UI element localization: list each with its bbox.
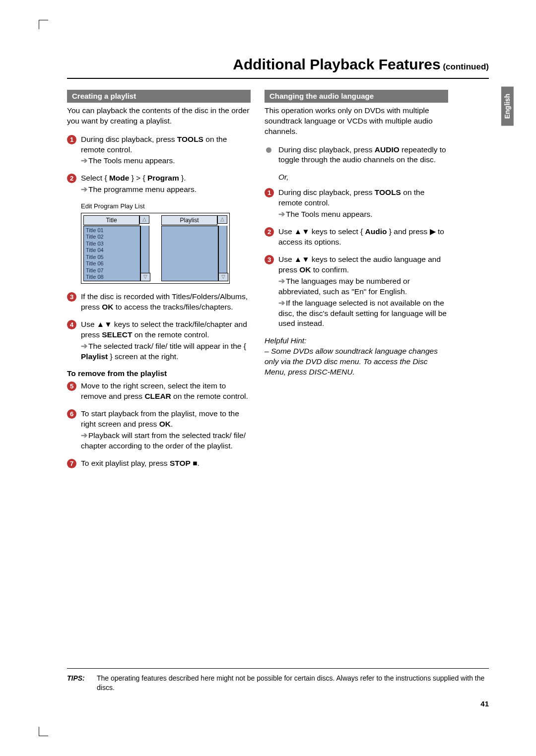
step-number-2-icon: 2	[265, 227, 274, 237]
tips-label: TIPS:	[67, 674, 97, 693]
step2-text-c: } > {	[129, 174, 147, 182]
scroll-down-icon: ▽	[218, 273, 228, 281]
step-number-2-icon: 2	[67, 174, 76, 183]
bullet-icon	[266, 147, 271, 153]
step2-text-a: Select {	[81, 174, 109, 182]
eppl-item: Title 06	[86, 260, 138, 267]
r-step1-result: The Tools menu appears.	[286, 210, 373, 218]
eppl-caption: Edit Program Play List	[81, 202, 230, 211]
r-step3-text-c: to confirm.	[311, 265, 349, 274]
step-number-7-icon: 7	[67, 459, 76, 468]
playlist-intro: You can playback the contents of the dis…	[67, 106, 251, 126]
audio-step-1: 1 During disc playback, press TOOLS on t…	[265, 188, 448, 220]
step4-res-playlist: Playlist	[81, 352, 108, 361]
eppl-item: Title 05	[86, 254, 138, 261]
bullet-audio: AUDIO	[375, 145, 400, 154]
step-number-5-icon: 5	[67, 381, 76, 391]
step3-ok: OK	[102, 303, 113, 311]
audio-step-3: 3 Use ▲▼ keys to select the audio langua…	[265, 254, 448, 329]
hint-label: Helpful Hint:	[265, 336, 448, 346]
or-text: Or,	[278, 172, 448, 183]
step3-text-c: to access the tracks/files/chapters.	[113, 303, 233, 311]
r-step3-res2: If the language selected is not availabl…	[278, 299, 447, 328]
edit-program-playlist-diagram: Edit Program Play List Title △ Title 01 …	[81, 202, 230, 284]
result-arrow-icon: ➔	[81, 156, 87, 165]
step-number-3-icon: 3	[265, 255, 274, 264]
eppl-playlist-list	[161, 226, 218, 281]
page-title-sub: (continued)	[441, 62, 489, 71]
r-step3-res1: The languages may be numbered or abbrevi…	[278, 277, 410, 296]
remove-subheading: To remove from the playlist	[67, 369, 251, 379]
eppl-item: Title 01	[86, 227, 138, 234]
step-number-6-icon: 6	[67, 409, 76, 419]
step2-result: The programme menu appears.	[88, 185, 197, 193]
hint-body: – Some DVDs allow soundtrack language ch…	[265, 346, 448, 378]
step6-ok: OK	[159, 420, 171, 428]
audio-intro: This operation works only on DVDs with m…	[265, 106, 448, 137]
bullet-text-a: During disc playback, press	[278, 145, 375, 154]
result-arrow-icon: ➔	[278, 299, 285, 307]
playlist-step-6: 6 To start playback from the playlist, m…	[67, 409, 251, 451]
step5-text-c: on the remote control.	[171, 392, 248, 400]
language-tab: English	[501, 87, 514, 126]
result-arrow-icon: ➔	[81, 342, 87, 350]
eppl-title-column: Title △ Title 01 Title 02 Title 03 Title…	[83, 215, 149, 281]
step-number-4-icon: 4	[67, 320, 76, 329]
eppl-item: Title 04	[86, 247, 138, 254]
step4-select: SELECT	[102, 330, 132, 339]
step1-text-a: During disc playback, press	[81, 135, 177, 143]
content-columns: Creating a playlist You can playback the…	[67, 90, 489, 476]
page-title-main: Additional Playback Features	[233, 56, 440, 72]
audio-step-2: 2 Use ▲▼ keys to select { Audio } and pr…	[265, 227, 448, 248]
playlist-step-1: 1 During disc playback, press TOOLS on t…	[67, 134, 251, 167]
step4-res-c: } screen at the right.	[108, 352, 178, 361]
step-number-1-icon: 1	[265, 188, 274, 197]
result-arrow-icon: ➔	[81, 431, 87, 440]
scroll-up-icon: △	[139, 215, 149, 224]
scroll-down-icon: ▽	[140, 273, 150, 281]
eppl-item: Title 07	[86, 267, 138, 274]
crop-mark-bottom-left	[39, 727, 48, 736]
playlist-step-3: 3 If the disc is recorded with Titles/Fo…	[67, 292, 251, 313]
step-number-3-icon: 3	[67, 292, 76, 302]
scroll-up-icon: △	[217, 215, 227, 224]
step7-text-a: To exit playlist play, press	[81, 459, 170, 467]
playlist-step-7: 7 To exit playlist play, press STOP ■.	[67, 458, 251, 469]
playlist-step-2: 2 Select { Mode } > { Program }. ➔The pr…	[67, 173, 251, 195]
section-heading-audio: Changing the audio language	[265, 90, 448, 103]
step5-clear: CLEAR	[144, 392, 171, 400]
step1-result: The Tools menu appears.	[88, 156, 175, 165]
section-heading-playlist: Creating a playlist	[67, 90, 251, 103]
step2-mode: Mode	[109, 174, 129, 182]
step4-text-c: on the remote control.	[132, 330, 209, 339]
step-number-1-icon: 1	[67, 135, 76, 144]
step1-tools: TOOLS	[177, 135, 203, 143]
step7-stop: STOP	[170, 459, 191, 467]
eppl-item: Title 02	[86, 234, 138, 241]
manual-page: English Additional Playback Features (co…	[0, 0, 536, 756]
tips-footer: TIPS: The operating features described h…	[67, 668, 489, 693]
step4-res-a: The selected track/ file/ title will app…	[88, 342, 246, 350]
column-left: Creating a playlist You can playback the…	[67, 90, 251, 476]
eppl-header-title: Title	[83, 215, 139, 225]
r-step1-tools: TOOLS	[375, 188, 401, 196]
page-title-row: Additional Playback Features (continued)	[67, 55, 489, 79]
result-arrow-icon: ➔	[278, 277, 285, 285]
tips-body: The operating features described here mi…	[97, 674, 489, 693]
step2-program: Program	[147, 174, 179, 182]
eppl-header-playlist: Playlist	[161, 215, 217, 225]
r-step1-text-a: During disc playback, press	[278, 188, 375, 196]
column-right: Changing the audio language This operati…	[265, 90, 448, 476]
r-step2-text-a: Use ▲▼ keys to select {	[278, 227, 365, 236]
step7-text-c: ■.	[191, 459, 200, 467]
crop-mark-top-left	[39, 20, 48, 29]
eppl-title-list: Title 01 Title 02 Title 03 Title 04 Titl…	[83, 226, 140, 281]
page-number: 41	[480, 699, 489, 709]
eppl-item: Title 03	[86, 241, 138, 248]
audio-bullet: During disc playback, press AUDIO repeat…	[265, 145, 448, 166]
r-step2-audio: Audio	[365, 227, 387, 236]
eppl-frame: Title △ Title 01 Title 02 Title 03 Title…	[81, 213, 230, 284]
eppl-playlist-column: Playlist △ ▽	[161, 215, 227, 281]
playlist-step-4: 4 Use ▲▼ keys to select the track/file/c…	[67, 319, 251, 362]
step6-result: Playback will start from the selected tr…	[81, 431, 246, 450]
